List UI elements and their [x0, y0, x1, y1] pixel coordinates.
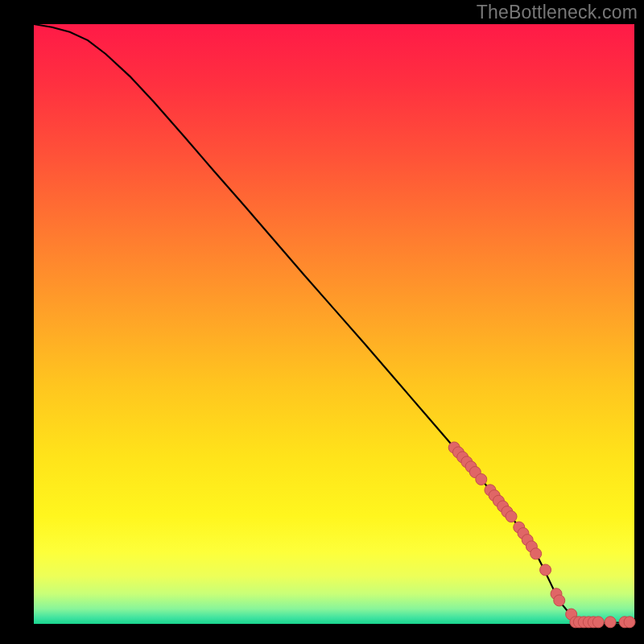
marker-point: [506, 511, 517, 522]
marker-point: [530, 548, 542, 559]
marker-point: [540, 564, 551, 576]
marker-point: [554, 595, 565, 606]
marker-point: [605, 617, 616, 628]
watermark-text: TheBottleneck.com: [477, 2, 638, 23]
marker-point: [592, 617, 604, 628]
chart-container: TheBottleneck.com: [0, 0, 644, 644]
plot-background: [34, 24, 634, 624]
chart-svg: [0, 0, 644, 644]
marker-point: [476, 473, 487, 485]
marker-point: [624, 617, 635, 628]
